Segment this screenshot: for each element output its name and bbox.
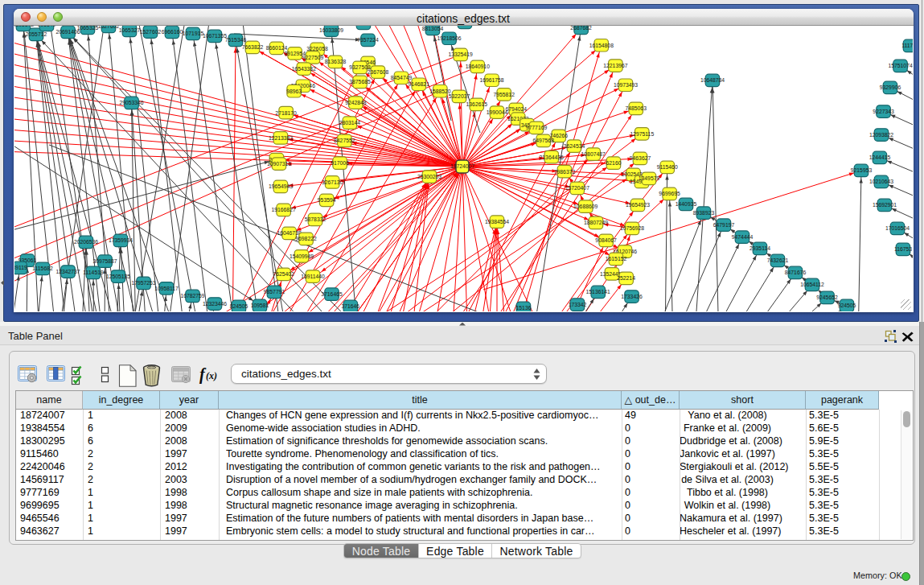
svg-text:1990044: 1990044 <box>486 109 507 115</box>
svg-text:10688609: 10688609 <box>573 204 598 209</box>
svg-text:10671355: 10671355 <box>202 33 226 39</box>
svg-text:9084067: 9084067 <box>595 237 617 243</box>
svg-text:9777169: 9777169 <box>525 125 547 130</box>
svg-text:8471676: 8471676 <box>784 270 806 275</box>
svg-text:19218506: 19218506 <box>437 35 461 41</box>
svg-text:7625402: 7625402 <box>273 271 294 277</box>
svg-text:10958117: 10958117 <box>154 286 179 291</box>
svg-text:10654112: 10654112 <box>800 282 824 287</box>
svg-text:10807487: 10807487 <box>581 151 605 157</box>
svg-text:9857791: 9857791 <box>263 289 285 295</box>
svg-text:7663822: 7663822 <box>241 44 263 50</box>
svg-text:3716465: 3716465 <box>321 291 343 297</box>
svg-text:8136328: 8136328 <box>324 59 346 64</box>
svg-text:19654923: 19654923 <box>625 202 649 208</box>
svg-text:12213383: 12213383 <box>268 135 292 141</box>
svg-text:2935114: 2935114 <box>749 245 770 251</box>
svg-text:39119: 39119 <box>14 265 27 270</box>
svg-text:15136: 15136 <box>515 305 531 311</box>
svg-text:953594: 953594 <box>317 197 335 203</box>
svg-text:8454749: 8454749 <box>390 75 412 80</box>
svg-text:6966160: 6966160 <box>161 29 183 35</box>
svg-text:6794024: 6794024 <box>505 106 527 112</box>
svg-text:15409949: 15409949 <box>289 253 313 259</box>
svg-text:9463627: 9463627 <box>629 155 651 161</box>
svg-text:109581: 109581 <box>250 303 269 308</box>
svg-text:7357224: 7357224 <box>357 37 379 43</box>
svg-text:18640910: 18640910 <box>465 64 489 69</box>
svg-text:5878332: 5878332 <box>304 216 326 222</box>
svg-text:9329906: 9329906 <box>879 84 901 90</box>
svg-text:7432621: 7432621 <box>766 257 788 263</box>
svg-text:62160: 62160 <box>606 160 621 166</box>
svg-text:16154808: 16154808 <box>589 43 613 48</box>
svg-text:1065327: 1065327 <box>118 27 140 33</box>
svg-text:1115682: 1115682 <box>32 266 53 271</box>
svg-text:8813054: 8813054 <box>421 26 443 31</box>
svg-text:16543382: 16543382 <box>291 66 315 72</box>
svg-text:15720407: 15720407 <box>565 185 589 191</box>
svg-text:9215953: 9215953 <box>850 167 872 173</box>
svg-text:9698222: 9698222 <box>295 236 317 241</box>
svg-text:917006: 917006 <box>331 160 349 166</box>
svg-text:9146821: 9146821 <box>408 81 429 87</box>
svg-text:9245652: 9245652 <box>816 295 838 300</box>
svg-text:6479197: 6479197 <box>713 222 734 228</box>
svg-text:1805572: 1805572 <box>14 26 34 27</box>
svg-text:29053346: 29053346 <box>119 100 143 105</box>
svg-text:9242848: 9242848 <box>345 100 367 105</box>
svg-text:12323446: 12323446 <box>202 301 226 307</box>
svg-text:1362615: 1362615 <box>466 101 487 107</box>
svg-text:1733426: 1733426 <box>621 294 643 299</box>
svg-text:98963: 98963 <box>286 89 302 94</box>
svg-text:2055712: 2055712 <box>25 31 47 37</box>
svg-text:12975115: 12975115 <box>630 131 654 137</box>
svg-text:2718170: 2718170 <box>275 110 297 116</box>
svg-text:1065325: 1065325 <box>76 26 98 31</box>
svg-text:996140: 996140 <box>37 26 55 27</box>
svg-text:371646: 371646 <box>341 303 359 309</box>
svg-text:252214: 252214 <box>617 275 635 281</box>
svg-text:17016504: 17016504 <box>885 225 909 231</box>
svg-text:12342737: 12342737 <box>55 269 80 274</box>
svg-text:17359934: 17359934 <box>108 237 132 243</box>
svg-text:10907316: 10907316 <box>266 161 290 167</box>
svg-text:19654943: 19654943 <box>268 183 292 189</box>
svg-text:7986372: 7986372 <box>553 169 575 175</box>
svg-text:20206536: 20206536 <box>73 239 97 245</box>
svg-text:7955812: 7955812 <box>493 92 515 97</box>
svg-text:19384554: 19384554 <box>484 219 508 225</box>
svg-text:30975887: 30975887 <box>92 258 117 264</box>
svg-text:2803144: 2803144 <box>339 120 360 126</box>
svg-text:12505135: 12505135 <box>105 274 129 279</box>
svg-text:9699695: 9699695 <box>659 191 680 196</box>
svg-text:10210643: 10210643 <box>869 179 893 184</box>
svg-text:15751074: 15751074 <box>888 63 912 68</box>
svg-text:2687682: 2687682 <box>570 26 592 31</box>
svg-text:6497568: 6497568 <box>532 138 554 143</box>
svg-text:8938923: 8938923 <box>692 210 714 216</box>
svg-text:16033809: 16033809 <box>318 27 343 33</box>
svg-text:(x): (x) <box>206 370 217 381</box>
svg-text:10648784: 10648784 <box>700 77 724 83</box>
svg-text:25300203: 25300203 <box>417 174 441 179</box>
svg-text:18724007: 18724007 <box>450 163 474 169</box>
svg-text:21364436: 21364436 <box>539 154 563 160</box>
svg-text:12093822: 12093822 <box>869 132 893 138</box>
svg-text:15692901: 15692901 <box>872 202 896 208</box>
svg-text:9115460: 9115460 <box>656 164 677 170</box>
svg-text:9227343: 9227343 <box>873 109 894 114</box>
svg-text:1615152: 1615152 <box>605 256 626 262</box>
svg-text:16782759: 16782759 <box>180 293 204 299</box>
svg-text:924505: 924505 <box>837 303 856 308</box>
svg-text:13325419: 13325419 <box>448 51 472 57</box>
svg-text:1244415: 1244415 <box>869 154 890 160</box>
svg-text:12213967: 12213967 <box>603 63 627 68</box>
svg-text:16911440: 16911440 <box>301 274 325 279</box>
svg-text:10756928: 10756928 <box>619 225 643 231</box>
svg-text:9474444: 9474444 <box>731 234 753 240</box>
svg-text:3267130: 3267130 <box>321 179 343 185</box>
svg-text:1349579: 1349579 <box>638 175 659 181</box>
svg-text:7485063: 7485063 <box>625 105 647 111</box>
svg-text:19166827: 19166827 <box>271 207 295 212</box>
